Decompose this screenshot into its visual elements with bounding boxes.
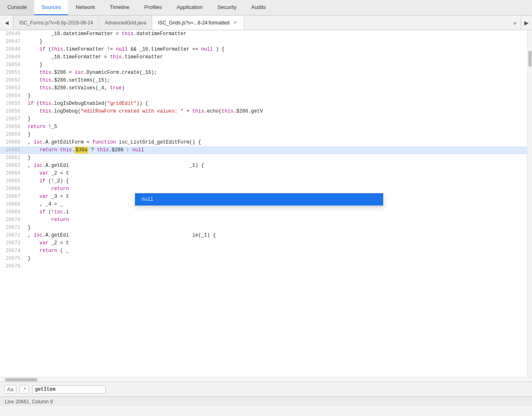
line-number: 20647 [0, 38, 24, 46]
code-line[interactable]: if (this.timeFormatter != null && _16.ti… [24, 46, 527, 53]
nav-console[interactable]: Console [0, 0, 34, 15]
line-number: 20661 [0, 146, 24, 154]
line-number: 20667 [0, 193, 24, 201]
line-numbers: 2064620647206482064920650206512065220653… [0, 30, 24, 377]
code-line[interactable]: } [24, 224, 527, 232]
code-line[interactable] [24, 263, 527, 270]
line-number: 20664 [0, 170, 24, 177]
tab-bar: ◀ ISC_Forms.js?v=6.0p-2016-08-24 Advance… [0, 15, 532, 30]
line-number: 20646 [0, 30, 24, 38]
line-number: 20666 [0, 185, 24, 193]
code-line[interactable]: , isc.A.getEditForm = function isc_ListG… [24, 139, 527, 146]
tab-isc-forms-label: ISC_Forms.js?v=6.0p-2016-08-24 [19, 20, 93, 26]
nav-application[interactable]: Application [169, 0, 210, 15]
regex-toggle[interactable]: .* [20, 385, 29, 394]
autocomplete-popup: null [135, 193, 383, 206]
nav-security[interactable]: Security [210, 0, 244, 15]
scrollbar-thumb[interactable] [528, 51, 532, 67]
tab-advanced-grid-label: AdvancedGrid.java [105, 20, 146, 26]
line-number: 20659 [0, 131, 24, 139]
code-line[interactable]: _16.datetimeFormatter = this.datetimeFor… [24, 30, 527, 38]
line-number: 20671 [0, 224, 24, 232]
line-number: 20656 [0, 108, 24, 115]
code-line[interactable]: } [24, 115, 527, 123]
code-line[interactable]: } [24, 255, 527, 263]
nav-sources[interactable]: Sources [34, 0, 69, 15]
line-number: 20665 [0, 177, 24, 185]
line-number: 20653 [0, 84, 24, 92]
line-number: 20655 [0, 100, 24, 108]
tab-isc-grids-label: ISC_Grids.js?v=...8-24:formatted [158, 20, 229, 26]
code-line[interactable]: return [24, 185, 527, 193]
code-line[interactable]: this.$286 = isc.DynamicForm.create(_16); [24, 69, 527, 77]
autocomplete-item-null[interactable]: null [135, 193, 383, 206]
line-number: 20649 [0, 53, 24, 61]
vertical-scrollbar[interactable] [527, 30, 532, 377]
code-line[interactable]: return !_5 [24, 123, 527, 131]
code-line[interactable]: } [24, 92, 527, 100]
code-line[interactable]: if (!_2) { [24, 177, 527, 185]
nav-audits[interactable]: Audits [244, 0, 273, 15]
code-line[interactable]: , isc.A.getEdi _1) { [24, 162, 527, 170]
tab-bar-right: ▶ [521, 15, 532, 30]
code-line[interactable]: this.$286.setItems(_15); [24, 77, 527, 84]
line-number: 20658 [0, 123, 24, 131]
line-number: 20674 [0, 247, 24, 255]
code-line[interactable]: return [24, 216, 527, 224]
line-number: 20668 [0, 201, 24, 208]
nav-profiles[interactable]: Profiles [137, 0, 169, 15]
line-number: 20648 [0, 46, 24, 53]
h-scrollbar-thumb[interactable] [5, 378, 38, 381]
line-number: 20673 [0, 239, 24, 247]
tabs-list: ISC_Forms.js?v=6.0p-2016-08-24 AdvancedG… [13, 15, 509, 30]
code-line[interactable]: var _2 = t [24, 239, 527, 247]
line-number: 20663 [0, 162, 24, 170]
horizontal-scrollbar[interactable] [0, 377, 532, 382]
code-line[interactable]: , isc.A.getEdi le(_1) { [24, 232, 527, 239]
line-number: 20669 [0, 208, 24, 216]
tab-close-icon[interactable]: ✕ [232, 20, 238, 26]
search-input[interactable] [32, 385, 106, 394]
line-number: 20654 [0, 92, 24, 100]
code-line[interactable]: return this.$30a ? this.$286 : null [24, 146, 527, 154]
line-number: 20676 [0, 263, 24, 270]
line-number: 20675 [0, 255, 24, 263]
code-line[interactable]: this.logDebug("editRowForm created with … [24, 108, 527, 115]
code-line[interactable]: this.$286.setValues(_4, true) [24, 84, 527, 92]
code-line[interactable]: return ( _ [24, 247, 527, 255]
tab-isc-grids[interactable]: ISC_Grids.js?v=...8-24:formatted ✕ [152, 15, 244, 30]
code-line[interactable]: } [24, 131, 527, 139]
status-bar: Line 20661, Column 9 [0, 396, 532, 406]
line-number: 20662 [0, 154, 24, 162]
line-number: 20652 [0, 77, 24, 84]
nav-network[interactable]: Network [68, 0, 102, 15]
line-number: 20660 [0, 139, 24, 146]
tab-options-icon[interactable]: ▶ [524, 20, 529, 26]
line-number: 20657 [0, 115, 24, 123]
code-line[interactable]: if (this.logIsDebugEnabled("gridEdit")) … [24, 100, 527, 108]
top-nav: Console Sources Network Timeline Profile… [0, 0, 532, 15]
sidebar-toggle-icon[interactable]: ◀ [2, 19, 11, 27]
code-line[interactable]: } [24, 61, 527, 69]
line-number: 20650 [0, 61, 24, 69]
code-area: 2064620647206482064920650206512065220653… [0, 30, 532, 377]
line-number: 20670 [0, 216, 24, 224]
tab-isc-forms[interactable]: ISC_Forms.js?v=6.0p-2016-08-24 [13, 15, 99, 30]
case-sensitive-toggle[interactable]: Aa [4, 385, 16, 394]
line-number: 20651 [0, 69, 24, 77]
cursor-position: Line 20661, Column 9 [5, 399, 53, 405]
nav-timeline[interactable]: Timeline [102, 0, 137, 15]
code-line[interactable]: var _2 = t [24, 170, 527, 177]
line-number: 20672 [0, 232, 24, 239]
tab-collapse-btn[interactable]: ◀ [0, 15, 13, 30]
tab-more-button[interactable]: » [509, 15, 521, 30]
code-line[interactable]: _16.timeFormatter = this.timeFormatter [24, 53, 527, 61]
code-line[interactable]: if (!isc.i [24, 208, 527, 216]
code-line[interactable]: } [24, 38, 527, 46]
tab-advanced-grid[interactable]: AdvancedGrid.java [99, 15, 152, 30]
code-line[interactable]: } [24, 154, 527, 162]
search-bar: Aa .* [0, 382, 532, 396]
